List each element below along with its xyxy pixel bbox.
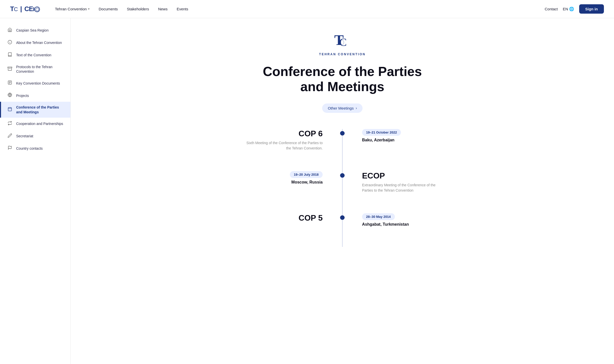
chevron-down-icon: ▾ — [88, 7, 90, 11]
sidebar-item-documents[interactable]: Key Convention Documents — [0, 77, 70, 89]
timeline-item-cop5: COP 5 28–30 May 2014 Ashgabat, Turkmenis… — [246, 213, 438, 227]
event-location: Baku, Azerbaijan — [362, 138, 438, 142]
site-header: TC | CEI◯ Tehran Convention ▾ Documents … — [0, 0, 614, 18]
globe-icon: 🌐 — [569, 7, 574, 11]
timeline-left: COP 6 Sixth Meeting of the Conference of… — [246, 129, 333, 151]
nav-stakeholders[interactable]: Stakeholders — [127, 7, 149, 11]
event-title: COP 5 — [246, 213, 323, 223]
nav-events[interactable]: Events — [177, 7, 188, 11]
sidebar-item-text[interactable]: Text of the Convention — [0, 49, 70, 61]
sidebar-label: Cooperation and Partnerships — [16, 121, 63, 126]
timeline-dot-area — [333, 213, 352, 220]
page-layout: Caspian Sea Region About the Tehran Conv… — [0, 18, 614, 364]
sidebar-label: About the Tehran Convention — [16, 40, 62, 45]
other-meetings-area: Other Meetings › — [91, 103, 594, 113]
event-date-badge: 19–20 July 2018 — [290, 171, 323, 178]
home-icon — [7, 28, 13, 33]
site-logo[interactable]: TC | CEI◯ — [10, 5, 40, 13]
main-nav: Tehran Convention ▾ Documents Stakeholde… — [55, 7, 545, 11]
timeline-left: COP 5 — [246, 213, 333, 225]
event-subtitle: Sixth Meeting of the Conference of the P… — [246, 140, 323, 151]
tehran-convention-emblem: T C — [332, 30, 352, 50]
page-logo-area: T C TEHRAN CONVENTION — [91, 30, 594, 56]
timeline-dot — [340, 215, 345, 220]
event-date-badge: 28–30 May 2014 — [362, 213, 395, 220]
event-title: COP 6 — [246, 129, 323, 138]
svg-rect-11 — [8, 108, 12, 111]
main-content: T C TEHRAN CONVENTION Conference of the … — [71, 18, 614, 364]
sidebar-label: Protocols to the Tehran Convention — [16, 65, 64, 74]
sidebar-item-cooperation[interactable]: Cooperation and Partnerships — [0, 118, 70, 130]
timeline-dot — [340, 173, 345, 178]
sidebar-label: Secretariat — [16, 134, 33, 138]
timeline-left: 19–20 July 2018 Moscow, Russia — [246, 171, 333, 185]
sidebar-label: Key Convention Documents — [16, 81, 60, 86]
header-right: Contact EN 🌐 Sign in — [545, 4, 604, 14]
sidebar-label: Projects — [16, 93, 29, 98]
nav-news[interactable]: News — [158, 7, 168, 11]
nav-tehran-convention[interactable]: Tehran Convention ▾ — [55, 7, 90, 11]
timeline-dot — [340, 131, 345, 136]
file-icon — [7, 80, 13, 86]
timeline-right: ECOP Extraordinary Meeting of the Confer… — [352, 171, 438, 193]
contact-link[interactable]: Contact — [545, 7, 558, 11]
chevron-right-icon: › — [356, 106, 357, 110]
sidebar-item-secretariat[interactable]: Secretariat — [0, 130, 70, 142]
flag-icon — [7, 146, 13, 151]
event-location: Moscow, Russia — [246, 180, 323, 185]
other-meetings-label: Other Meetings — [328, 106, 354, 110]
timeline: COP 6 Sixth Meeting of the Conference of… — [246, 129, 438, 247]
sidebar-item-cop[interactable]: Conference of the Parties and Meetings — [0, 102, 70, 117]
timeline-item-ecop: 19–20 July 2018 Moscow, Russia ECOP Extr… — [246, 171, 438, 193]
info-icon — [7, 40, 13, 46]
timeline-dot-area — [333, 129, 352, 136]
svg-rect-3 — [8, 67, 12, 68]
nav-documents[interactable]: Documents — [99, 7, 118, 11]
event-subtitle: Extraordinary Meeting of the Conference … — [362, 183, 438, 193]
globe-icon — [7, 93, 13, 98]
other-meetings-button[interactable]: Other Meetings › — [322, 103, 362, 113]
svg-text:C: C — [339, 36, 347, 48]
sidebar-label: Country contacts — [16, 146, 43, 151]
sidebar-item-country[interactable]: Country contacts — [0, 142, 70, 155]
event-title: ECOP — [362, 171, 438, 180]
sidebar-item-protocols[interactable]: Protocols to the Tehran Convention — [0, 61, 70, 77]
archive-icon — [7, 66, 13, 72]
sidebar-item-about[interactable]: About the Tehran Convention — [0, 37, 70, 49]
event-date-badge: 19–21 October 2022 — [362, 129, 401, 136]
logo-text: TC | CEI◯ — [10, 5, 40, 13]
sidebar-label: Caspian Sea Region — [16, 28, 48, 33]
sidebar-label: Text of the Convention — [16, 53, 51, 57]
timeline-right: 19–21 October 2022 Baku, Azerbaijan — [352, 129, 438, 142]
timeline-right: 28–30 May 2014 Ashgabat, Turkmenistan — [352, 213, 438, 227]
calendar-icon — [7, 107, 13, 113]
sign-in-button[interactable]: Sign in — [579, 4, 604, 14]
edit-icon — [7, 133, 13, 139]
page-title: Conference of the Parties and Meetings — [254, 64, 431, 94]
page-logo-title: TEHRAN CONVENTION — [319, 53, 366, 56]
sidebar-label: Conference of the Parties and Meetings — [16, 105, 64, 114]
book-icon — [7, 52, 13, 58]
sidebar: Caspian Sea Region About the Tehran Conv… — [0, 18, 71, 364]
language-selector[interactable]: EN 🌐 — [563, 7, 574, 11]
sidebar-item-projects[interactable]: Projects — [0, 89, 70, 102]
timeline-item-cop6: COP 6 Sixth Meeting of the Conference of… — [246, 129, 438, 151]
timeline-dot-area — [333, 171, 352, 178]
sidebar-item-caspian[interactable]: Caspian Sea Region — [0, 24, 70, 37]
event-location: Ashgabat, Turkmenistan — [362, 222, 438, 227]
arrows-icon — [7, 121, 13, 127]
